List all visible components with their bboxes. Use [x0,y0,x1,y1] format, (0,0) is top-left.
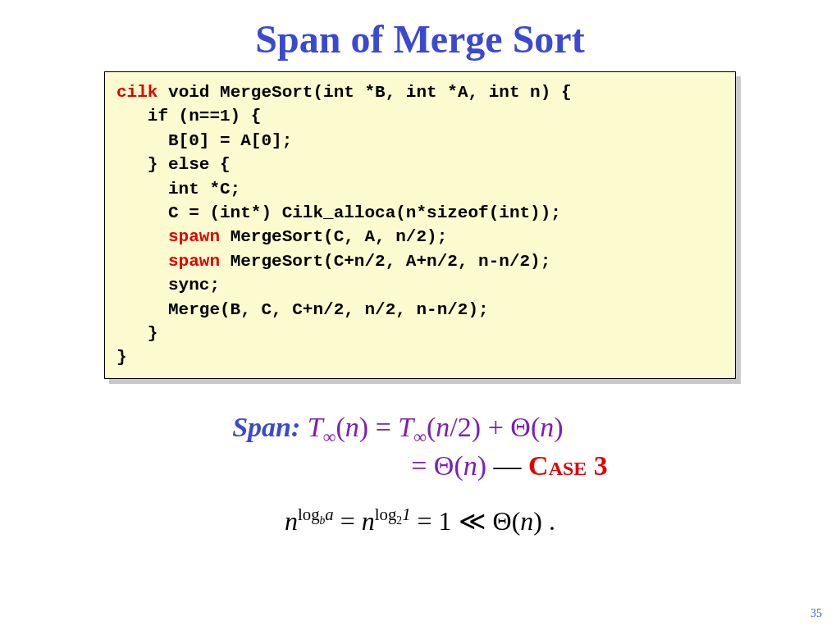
n-3: n [540,412,554,442]
bm-close: ) [533,506,542,536]
eqs-2: = [411,450,434,481]
much-less-icon: ≪ [459,506,486,536]
bm-n1: n [285,506,298,536]
plus: + [481,412,510,442]
span-equation: Span: T∞(n) = T∞(n/2) + Θ(n) = Θ(n) — Ca… [0,412,840,482]
code-line-6: C = (int*) Cilk_alloca(n*sizeof(int)); [116,203,561,222]
code-indent-8 [116,252,168,271]
T-sym-1: T [308,412,323,442]
over2: /2 [450,412,471,442]
inf-sub-2: ∞ [413,426,427,446]
close-4: ) [477,450,486,481]
dash: — [494,450,529,481]
page-number: 35 [810,607,822,620]
n-4: n [463,450,477,481]
code-line-10: Merge(B, C, C+n/2, n/2, n-n/2); [116,300,489,319]
master-theorem-line: nlogba = nlog21 = 1 ≪ Θ(n) . [0,504,840,536]
code-indent-7 [116,227,168,246]
theta-2: Θ [434,450,454,481]
open-2: ( [427,412,436,442]
bm-open: ( [512,506,521,536]
code-line-3: B[0] = A[0]; [116,131,292,150]
bm-n2: n [362,506,375,536]
code-line-11: } [116,324,158,343]
bm-a: a [325,504,333,523]
open-1: ( [336,412,345,442]
bm-eq1: = [334,506,362,536]
bm-theta: Θ [486,506,512,536]
slide-title: Span of Merge Sort [0,16,840,62]
eqs-1: = [368,412,398,442]
T-sym-2: T [398,412,413,442]
code-line-12: } [116,348,127,367]
code-line-2: if (n==1) { [116,107,261,126]
bm-log2: log [375,504,397,523]
open-4: ( [454,450,463,481]
code-box: cilk void MergeSort(int *B, int *A, int … [104,71,736,379]
code-container: cilk void MergeSort(int *B, int *A, int … [104,71,736,379]
code-line-8: MergeSort(C+n/2, A+n/2, n-n/2); [220,252,550,271]
n-2: n [436,412,450,442]
inf-sub-1: ∞ [323,426,336,446]
bm-eq1b: = 1 [411,506,459,536]
bm-log1: log [298,504,320,523]
code-line-4: } else { [116,155,231,174]
bm-period: . [542,506,555,536]
case-label: Case 3 [528,450,608,481]
n-1: n [345,412,359,442]
close-2: ) [472,412,481,442]
eq-row-1: Span: T∞(n) = T∞(n/2) + Θ(n) [232,412,608,448]
keyword-spawn-1: spawn [168,227,220,246]
code-line-7: MergeSort(C, A, n/2); [220,227,447,246]
span-label: Span: [232,412,300,442]
bm-1: 1 [402,504,410,523]
keyword-spawn-2: spawn [168,252,220,271]
open-3: ( [531,412,540,442]
close-3: ) [554,412,563,442]
code-line-5: int *C; [116,180,240,199]
theta-1: Θ [510,412,531,442]
code-line-9: sync; [116,276,220,294]
close-1: ) [359,412,368,442]
code-line-1: void MergeSort(int *B, int *A, int n) { [158,83,571,102]
bm-n3: n [520,506,533,536]
keyword-cilk: cilk [116,83,158,102]
eq-row-2: = Θ(n) — Case 3 [232,450,608,482]
